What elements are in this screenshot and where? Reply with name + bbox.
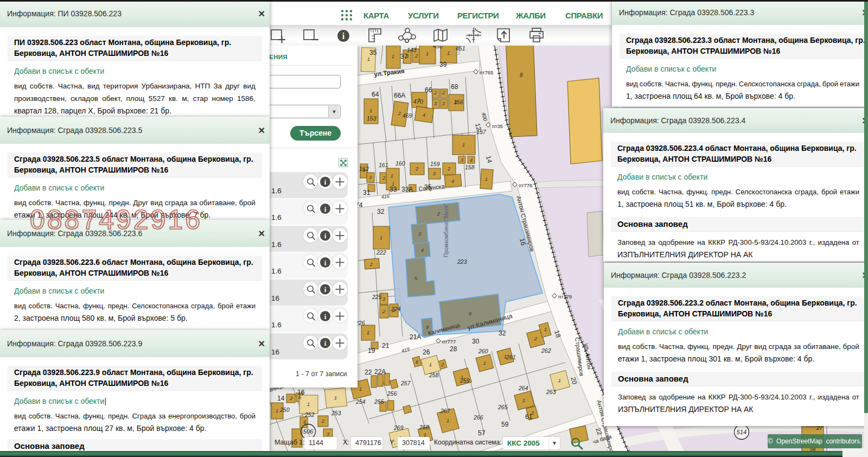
svg-text:68: 68 xyxy=(451,83,458,91)
svg-text:451: 451 xyxy=(456,45,465,52)
svg-text:1: 1 xyxy=(446,418,449,423)
svg-text:1: 1 xyxy=(447,50,450,56)
svg-text:2: 2 xyxy=(437,211,440,217)
svg-text:1: 1 xyxy=(359,386,362,392)
svg-text:143: 143 xyxy=(407,47,417,53)
svg-text:3: 3 xyxy=(406,54,409,59)
svg-text:3: 3 xyxy=(434,101,437,106)
svg-text:35: 35 xyxy=(369,49,377,56)
svg-text:33: 33 xyxy=(390,186,397,193)
svg-text:3: 3 xyxy=(433,171,436,176)
svg-text:1: 1 xyxy=(369,108,372,113)
svg-text:1: 1 xyxy=(558,378,561,383)
svg-text:пт35: пт35 xyxy=(492,123,503,129)
svg-text:3: 3 xyxy=(382,296,385,302)
svg-text:14: 14 xyxy=(277,395,285,402)
svg-text:223: 223 xyxy=(457,258,467,265)
svg-text:21А: 21А xyxy=(410,333,421,341)
svg-text:19: 19 xyxy=(368,347,375,354)
svg-text:2: 2 xyxy=(392,308,395,313)
svg-text:2: 2 xyxy=(534,336,537,341)
svg-text:2: 2 xyxy=(369,262,373,267)
svg-text:Промкомбинат"Мета": Промкомбинат"Мета" xyxy=(443,203,449,257)
svg-text:2: 2 xyxy=(321,418,324,424)
svg-text:222: 222 xyxy=(376,249,386,256)
svg-text:1: 1 xyxy=(461,375,463,380)
svg-text:1: 1 xyxy=(462,142,465,148)
svg-text:2: 2 xyxy=(441,362,444,367)
svg-text:1: 1 xyxy=(544,327,547,332)
svg-text:258: 258 xyxy=(429,372,439,378)
svg-text:1: 1 xyxy=(522,398,525,403)
svg-text:268: 268 xyxy=(419,424,429,430)
svg-text:2: 2 xyxy=(382,309,385,314)
svg-text:пт765: пт765 xyxy=(480,69,493,75)
svg-text:2: 2 xyxy=(442,90,445,96)
svg-text:4: 4 xyxy=(423,112,425,118)
svg-text:9: 9 xyxy=(426,325,429,330)
svg-text:32: 32 xyxy=(499,329,506,337)
svg-text:2: 2 xyxy=(382,175,385,181)
svg-text:6: 6 xyxy=(469,311,471,316)
svg-text:30: 30 xyxy=(472,338,480,345)
svg-text:256: 256 xyxy=(387,390,397,397)
svg-text:1: 1 xyxy=(504,354,507,359)
svg-text:8: 8 xyxy=(520,72,523,78)
svg-text:4: 4 xyxy=(470,157,473,163)
svg-text:i: i xyxy=(324,178,327,186)
svg-text:31: 31 xyxy=(363,189,371,196)
svg-text:1: 1 xyxy=(429,362,432,367)
svg-text:6: 6 xyxy=(416,359,418,365)
svg-text:32: 32 xyxy=(377,208,385,215)
svg-text:22: 22 xyxy=(365,369,372,376)
svg-text:22А: 22А xyxy=(374,368,386,376)
svg-text:6: 6 xyxy=(298,395,301,400)
svg-text:157: 157 xyxy=(476,129,487,135)
svg-text:i: i xyxy=(342,31,345,41)
svg-text:2: 2 xyxy=(447,166,450,172)
svg-text:252: 252 xyxy=(304,411,315,418)
svg-text:153: 153 xyxy=(367,115,376,122)
svg-text:2: 2 xyxy=(398,111,401,116)
svg-text:28: 28 xyxy=(450,345,457,353)
svg-text:2: 2 xyxy=(433,90,437,96)
svg-text:260: 260 xyxy=(478,348,488,354)
svg-text:1: 1 xyxy=(392,54,394,59)
svg-text:225: 225 xyxy=(372,294,382,300)
svg-text:4: 4 xyxy=(362,168,365,173)
svg-text:1: 1 xyxy=(367,330,369,335)
svg-text:3: 3 xyxy=(461,157,463,163)
svg-text:158: 158 xyxy=(465,164,475,170)
svg-text:21: 21 xyxy=(382,342,390,350)
svg-text:263: 263 xyxy=(546,389,556,395)
svg-text:2: 2 xyxy=(414,53,418,59)
svg-text:161: 161 xyxy=(379,162,388,168)
svg-text:469: 469 xyxy=(403,112,412,119)
svg-text:26: 26 xyxy=(423,348,430,356)
svg-text:1: 1 xyxy=(455,99,457,105)
svg-text:66А: 66А xyxy=(394,92,405,99)
svg-text:266: 266 xyxy=(473,414,483,421)
svg-text:59: 59 xyxy=(501,421,509,428)
svg-text:2: 2 xyxy=(531,410,534,416)
svg-text:4: 4 xyxy=(451,179,454,184)
svg-text:35: 35 xyxy=(424,183,432,191)
svg-text:1: 1 xyxy=(334,395,337,401)
svg-text:пт776: пт776 xyxy=(519,182,532,188)
svg-text:64: 64 xyxy=(372,91,379,98)
svg-text:33А: 33А xyxy=(401,186,413,193)
svg-text:269: 269 xyxy=(393,424,404,431)
svg-text:1: 1 xyxy=(418,97,420,103)
svg-text:1: 1 xyxy=(367,56,370,62)
svg-text:1: 1 xyxy=(426,51,429,56)
svg-text:1: 1 xyxy=(485,176,488,182)
svg-text:2: 2 xyxy=(289,396,292,401)
svg-text:1: 1 xyxy=(276,408,278,414)
svg-text:1: 1 xyxy=(380,235,382,240)
svg-text:пт777: пт777 xyxy=(442,339,456,345)
svg-text:1: 1 xyxy=(392,181,394,187)
svg-text:159: 159 xyxy=(430,161,440,167)
svg-text:416: 416 xyxy=(381,193,390,200)
svg-text:262: 262 xyxy=(541,347,551,354)
svg-text:1: 1 xyxy=(391,173,393,179)
